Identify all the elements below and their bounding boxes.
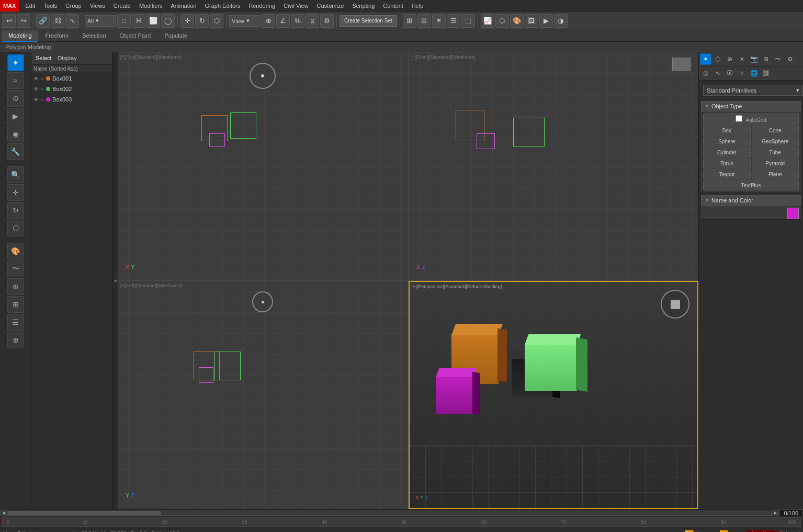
helpers-icon-btn[interactable]: ⊞: [760, 53, 772, 65]
schematic-view-btn[interactable]: ⬡: [495, 14, 509, 28]
move-tool-btn[interactable]: ✛: [7, 184, 24, 201]
layer-btn[interactable]: ⬚: [461, 14, 475, 28]
timeline-scroll-thumb[interactable]: [8, 511, 161, 515]
unlink-btn[interactable]: ⛓: [51, 14, 64, 28]
app-logo[interactable]: MAX: [0, 0, 19, 12]
motion-panel-btn[interactable]: ▶: [7, 108, 24, 124]
scene-tab-display[interactable]: Display: [56, 54, 79, 62]
viewport-left[interactable]: [+][Left][Standard][Wireframe] Y Z: [118, 281, 408, 509]
cone-btn[interactable]: Cone: [752, 126, 799, 135]
pyramid-btn[interactable]: Pyramid: [752, 159, 799, 168]
teapot-btn[interactable]: Teapot: [703, 169, 751, 179]
utilities-panel-btn[interactable]: 🔧: [7, 143, 24, 160]
list-item[interactable]: 👁 ○ Box003: [31, 94, 112, 105]
color-swatch[interactable]: [787, 208, 799, 219]
cylinder-btn[interactable]: Cylinder: [703, 148, 751, 157]
redo-btn[interactable]: ↪: [17, 14, 30, 28]
tab-selection[interactable]: Selection: [76, 30, 112, 42]
render-effects-icon-btn[interactable]: 🖼: [760, 67, 772, 79]
torus-btn[interactable]: Torus: [703, 159, 751, 168]
autogrid-checkbox[interactable]: [736, 115, 742, 122]
curve-btn[interactable]: 〜: [7, 261, 24, 277]
menu-rendering[interactable]: Rendering: [244, 0, 279, 12]
mirror-btn2[interactable]: ⊞: [7, 296, 24, 313]
perspective-gizmo[interactable]: [661, 290, 689, 319]
snap-options-btn[interactable]: ⚙: [320, 14, 334, 28]
menu-animation[interactable]: Animation: [167, 0, 201, 12]
shapes-icon-btn[interactable]: ⊕: [724, 53, 736, 65]
sphere-btn[interactable]: Sphere: [703, 137, 751, 146]
geometry-icon-btn[interactable]: ⬡: [712, 53, 723, 65]
stop-btn[interactable]: ⏹: [707, 529, 717, 533]
timeline-scroll-track[interactable]: [7, 511, 772, 516]
autokey-btn[interactable]: Auto Key: [747, 530, 775, 532]
tab-modeling[interactable]: Modeling: [2, 30, 38, 42]
toggle-scene-explorer-btn[interactable]: ☰: [447, 14, 460, 28]
display-panel-btn[interactable]: ◉: [7, 126, 24, 142]
percent-snap-btn[interactable]: %: [291, 14, 304, 28]
go-start-btn[interactable]: ⏮: [672, 529, 683, 533]
autogrid-checkbox-btn[interactable]: AutoGrid: [703, 114, 799, 124]
menu-content[interactable]: Content: [379, 0, 408, 12]
scene-tab-select[interactable]: Select: [33, 54, 54, 62]
textplus-btn[interactable]: TextPlus: [703, 180, 799, 190]
menu-views[interactable]: Views: [86, 0, 109, 12]
hierarchy-panel-btn[interactable]: ⊙: [7, 90, 24, 107]
material-editor-btn[interactable]: 🎨: [510, 14, 524, 28]
menu-group[interactable]: Group: [61, 0, 86, 12]
object-type-header[interactable]: ▼ Object Type: [701, 101, 801, 111]
viewport-perspective[interactable]: [+][Perspective][Standard][Default Shadi…: [409, 281, 699, 509]
tube-btn[interactable]: Tube: [752, 148, 799, 157]
view-dropdown[interactable]: View ▾: [229, 15, 261, 27]
menu-graph-editors[interactable]: Graph Editors: [200, 0, 244, 12]
layer-mgr-btn[interactable]: ☰: [7, 314, 24, 331]
snap-toggle-btn[interactable]: ⊕: [262, 14, 275, 28]
xform-gizmo-btn[interactable]: ⊛: [7, 332, 24, 348]
modify-panel-btn[interactable]: ≈: [7, 72, 24, 89]
select-move-btn[interactable]: ✛: [180, 14, 194, 28]
menu-create[interactable]: Create: [109, 0, 135, 12]
link-btn[interactable]: 🔗: [36, 14, 50, 28]
active-shade-btn[interactable]: ◑: [554, 14, 568, 28]
tab-freeform[interactable]: Freeform: [39, 30, 75, 42]
menu-modifiers[interactable]: Modifiers: [135, 0, 167, 12]
select-btn[interactable]: □: [117, 14, 131, 28]
select-rotate-btn[interactable]: ↻: [195, 14, 209, 28]
rect-sel-btn[interactable]: ⬜: [146, 14, 160, 28]
go-end-btn[interactable]: ⏭: [730, 529, 740, 533]
selection-mode-dropdown[interactable]: All ▾: [85, 15, 116, 27]
rotate-tool-btn[interactable]: ↻: [7, 202, 24, 219]
menu-edit[interactable]: Edit: [21, 0, 39, 12]
mirror-btn[interactable]: ⊞: [403, 14, 416, 28]
tab-populate[interactable]: Populate: [158, 30, 193, 42]
viewport-front[interactable]: [+][Front][Standard][Wireframe] X Z: [409, 52, 699, 280]
dynamics-icon-btn[interactable]: ⦿: [724, 67, 736, 79]
list-item[interactable]: 👁 ○ Box001: [31, 73, 112, 84]
selection-filter-btn[interactable]: 🔍: [7, 166, 24, 183]
tab-object-paint[interactable]: Object Paint: [114, 30, 157, 42]
geosphere-btn[interactable]: GeoSphere: [752, 137, 799, 146]
align-btn[interactable]: ⊟: [417, 14, 431, 28]
environment-icon-btn[interactable]: 🌐: [748, 67, 760, 79]
select-name-btn[interactable]: H: [132, 14, 145, 28]
circle-sel-btn[interactable]: ◯: [161, 14, 175, 28]
align-options-btn[interactable]: ≡: [432, 14, 446, 28]
list-item[interactable]: 👁 ○ Box002: [31, 84, 112, 94]
bind-space-warp-btn[interactable]: ∿: [65, 14, 79, 28]
play-btn[interactable]: ▶: [695, 529, 706, 533]
cameras-icon-btn[interactable]: 📷: [748, 53, 760, 65]
render-setup-btn[interactable]: 🖼: [525, 14, 538, 28]
curve-editor-btn[interactable]: 📈: [481, 14, 494, 28]
particle-icon-btn[interactable]: ◎: [700, 67, 711, 79]
playhead[interactable]: [3, 518, 4, 526]
spinner-snap-btn[interactable]: ⧖: [306, 14, 319, 28]
scene-explorer-resize-handle[interactable]: [112, 52, 118, 509]
menu-customize[interactable]: Customize: [313, 0, 348, 12]
create-icon-btn[interactable]: ✦: [700, 53, 711, 65]
material-btn[interactable]: 🎨: [7, 243, 24, 259]
viewport-top[interactable]: [+][Top][Standard][Wireframe] X Y: [118, 52, 408, 280]
menu-civil-view[interactable]: Civil View: [279, 0, 312, 12]
lights-icon-btn[interactable]: ☀: [736, 53, 748, 65]
select-scale-btn[interactable]: ⬡: [210, 14, 223, 28]
menu-scripting[interactable]: Scripting: [348, 0, 379, 12]
